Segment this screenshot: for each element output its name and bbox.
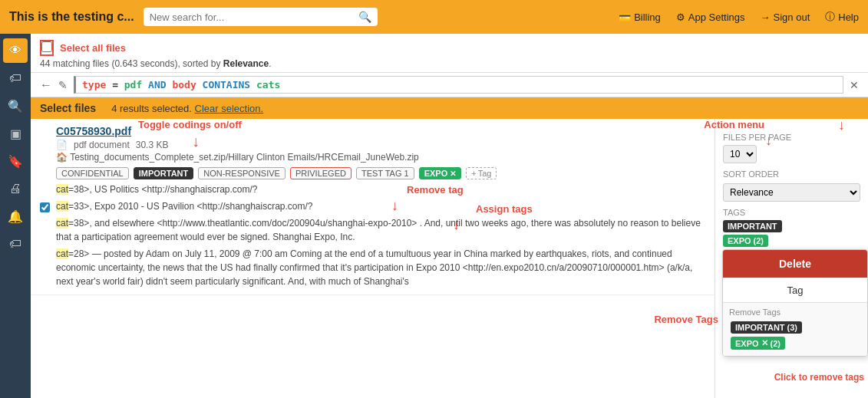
- query-code: type = pdf AND body CONTAINS cats: [74, 76, 843, 94]
- doc-path: 🏠 Testing_documents_Complete_set.zip/Hil…: [56, 152, 705, 163]
- select-files-bar: Select files 4 results selected. Clear s…: [31, 97, 868, 119]
- query-and: AND: [148, 79, 172, 90]
- remove-tag-expo[interactable]: EXPO ✕ (2): [731, 337, 785, 350]
- app-settings-label: App Settings: [688, 12, 745, 23]
- snippet-3: cat=38>, and elsewhere <http://www.theat…: [56, 216, 705, 244]
- snippet-cat-4: cat: [56, 248, 68, 259]
- select-all-checkbox-row: Select all files: [40, 40, 272, 56]
- doc-path-text: Testing_documents_Complete_set.zip/Hilla…: [70, 152, 419, 163]
- tag-test-tag-1: TEST TAG 1: [356, 167, 414, 179]
- snippet-cat-1: cat: [56, 184, 68, 195]
- select-all-bar: Select all files 44 matching files (0.64…: [31, 34, 868, 73]
- select-files-title: Select files: [40, 102, 96, 114]
- results-count-text: 44 matching files (0.643 seconds), sorte…: [40, 58, 220, 69]
- help-icon: ⓘ: [825, 10, 835, 24]
- add-tag-button[interactable]: + Tag: [466, 167, 497, 179]
- snippet-cat-2: cat: [56, 201, 68, 212]
- tags-chips: IMPORTANT EXPO (2): [723, 220, 860, 247]
- results-info: 44 matching files (0.643 seconds), sorte…: [40, 58, 272, 69]
- tag-expo[interactable]: EXPO ✕: [419, 167, 462, 179]
- sort-order-label: SORT ORDER: [723, 169, 860, 179]
- document-row: C05758930.pdf 📄 pdf document 30.3 KB 🏠 T…: [31, 119, 715, 295]
- snippet-4: cat=28> — posted by Adam on July 11, 200…: [56, 247, 705, 288]
- sidebar-item-search[interactable]: 🔍: [3, 94, 28, 118]
- action-dropdown: Actions Delete Tag Remove Tags IMPORTANT…: [722, 249, 868, 357]
- tag-chip-expo[interactable]: EXPO (2): [723, 235, 768, 247]
- billing-link[interactable]: 💳 Billing: [619, 12, 661, 23]
- expo-count-rm: (2): [771, 339, 781, 348]
- files-per-page-label: FILES PER PAGE: [723, 133, 860, 142]
- delete-button[interactable]: Delete: [723, 250, 867, 278]
- selected-info: 4 results selected. Clear selection.: [111, 103, 263, 114]
- sidebar-item-tag[interactable]: 🏷: [3, 66, 28, 90]
- right-panel: FILES PER PAGE 10 25 50 SORT ORDER Relev…: [715, 119, 868, 398]
- query-val-pdf: pdf: [124, 79, 142, 90]
- tag-chip-important[interactable]: IMPORTANT: [723, 220, 782, 232]
- tag-non-responsive: NON-RESPONSIVE: [198, 167, 285, 179]
- file-icon: 📄: [56, 140, 68, 150]
- search-icon: 🔍: [358, 11, 371, 23]
- close-icon[interactable]: ✕: [850, 79, 859, 91]
- help-link[interactable]: ⓘ Help: [825, 10, 859, 24]
- home-icon: 🏠: [56, 152, 68, 163]
- topnav: This is the testing c... 🔍 💳 Billing ⚙ A…: [0, 0, 868, 34]
- sidebar-item-bell[interactable]: 🔔: [3, 204, 28, 229]
- expo-count: (2): [754, 236, 764, 245]
- back-icon[interactable]: ←: [40, 78, 52, 92]
- sidebar-item-puzzle[interactable]: ▣: [3, 121, 28, 146]
- tags-row: CONFIDENTIAL IMPORTANT NON-RESPONSIVE PR…: [56, 167, 705, 179]
- tag-important: IMPORTANT: [134, 167, 194, 179]
- billing-icon: 💳: [619, 12, 631, 23]
- tag-button[interactable]: Tag: [723, 278, 867, 302]
- doc-title[interactable]: C05758930.pdf: [56, 125, 131, 137]
- sort-order-row: Relevance Date: [723, 183, 860, 202]
- remove-tag-important[interactable]: IMPORTANT (3): [731, 321, 802, 334]
- doc-meta: 📄 pdf document 30.3 KB: [56, 140, 705, 150]
- sign-out-link[interactable]: → Sign out: [761, 12, 810, 23]
- sidebar-item-print[interactable]: 🖨: [3, 176, 28, 201]
- remove-tags-items: IMPORTANT (3) EXPO ✕ (2): [729, 320, 861, 351]
- clear-selection-link[interactable]: Clear selection.: [195, 103, 264, 114]
- main-layout: 👁 🏷 🔍 ▣ 🔖 🖨 🔔 🏷 Select all files: [0, 34, 868, 398]
- query-contains: CONTAINS: [203, 79, 256, 90]
- doc-checkbox[interactable]: [40, 127, 50, 288]
- files-per-page-row: 10 25 50: [723, 145, 860, 163]
- doc-size: 30.3 KB: [136, 140, 169, 150]
- topnav-links: 💳 Billing ⚙ App Settings → Sign out ⓘ He…: [619, 10, 859, 24]
- select-all-checkbox[interactable]: [41, 41, 52, 52]
- search-input[interactable]: [150, 12, 355, 23]
- sidebar-item-tag2[interactable]: 🏷: [3, 232, 28, 256]
- snippet-cat-3: cat: [56, 218, 68, 229]
- content-area: Select all files 44 matching files (0.64…: [31, 34, 868, 398]
- billing-label: Billing: [634, 12, 661, 23]
- search-bar[interactable]: 🔍: [144, 8, 378, 26]
- doc-content: C05758930.pdf 📄 pdf document 30.3 KB 🏠 T…: [56, 125, 705, 288]
- edit-icon[interactable]: ✎: [58, 79, 68, 91]
- selected-count: 4 results selected.: [111, 103, 192, 114]
- help-label: Help: [838, 12, 859, 23]
- left-sidebar: 👁 🏷 🔍 ▣ 🔖 🖨 🔔 🏷: [0, 34, 31, 398]
- important-count: (3): [787, 323, 797, 332]
- expo-x-icon: ✕: [761, 338, 768, 348]
- snippet-2: cat=33>, Expo 2010 - US Pavilion <http:/…: [56, 199, 705, 213]
- app-settings-link[interactable]: ⚙ App Settings: [676, 12, 745, 23]
- snippet-1: cat=38>, US Politics <http://shanghaiscr…: [56, 183, 705, 196]
- query-val-cats: cats: [256, 79, 280, 90]
- files-per-page-select[interactable]: 10 25 50: [723, 145, 757, 163]
- select-all-annotation: Select all files: [60, 42, 126, 54]
- tag-confidential: CONFIDENTIAL: [56, 167, 129, 179]
- sort-order-select[interactable]: Relevance Date: [723, 183, 860, 202]
- plus-icon: +: [471, 169, 476, 178]
- sidebar-item-bookmark[interactable]: 🔖: [3, 149, 28, 173]
- sort-by-label: Relevance: [223, 58, 269, 69]
- tags-label: TAGS: [723, 208, 860, 217]
- remove-tags-section: Remove Tags IMPORTANT (3) EXPO ✕ (2): [723, 302, 867, 356]
- tag-privileged: PRIVILEGED: [290, 167, 351, 179]
- sidebar-item-eye[interactable]: 👁: [3, 38, 28, 63]
- doc-type: pdf document: [74, 140, 130, 150]
- query-eq: =: [112, 79, 124, 90]
- remove-tags-label: Remove Tags: [729, 308, 861, 317]
- tag-expo-remove-icon[interactable]: ✕: [450, 169, 456, 178]
- sign-out-label: Sign out: [774, 12, 810, 23]
- query-field-type: type: [82, 79, 106, 90]
